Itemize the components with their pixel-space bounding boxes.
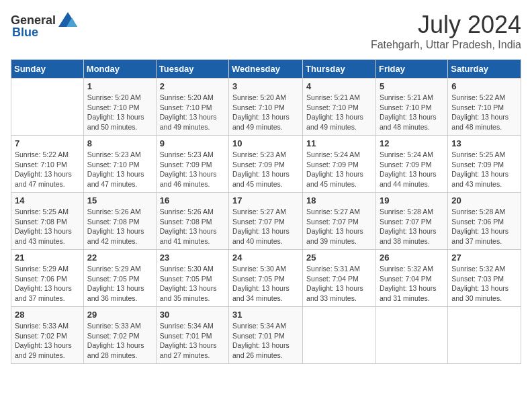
- calendar-cell: [375, 307, 447, 364]
- day-number: 28: [15, 310, 80, 320]
- day-header-wednesday: Wednesday: [229, 60, 303, 79]
- day-info: Sunrise: 5:33 AMSunset: 7:02 PMDaylight:…: [87, 321, 152, 361]
- calendar-cell: [448, 307, 521, 364]
- day-info: Sunrise: 5:20 AMSunset: 7:10 PMDaylight:…: [232, 93, 299, 132]
- calendar-cell: 12Sunrise: 5:24 AMSunset: 7:09 PMDayligh…: [375, 136, 447, 193]
- day-number: 7: [15, 138, 80, 148]
- day-number: 2: [160, 81, 225, 91]
- day-number: 12: [380, 138, 444, 148]
- calendar-cell: 30Sunrise: 5:34 AMSunset: 7:01 PMDayligh…: [156, 307, 228, 364]
- day-number: 18: [306, 195, 372, 205]
- calendar-cell: 10Sunrise: 5:23 AMSunset: 7:09 PMDayligh…: [229, 136, 303, 193]
- calendar-cell: 29Sunrise: 5:33 AMSunset: 7:02 PMDayligh…: [83, 307, 156, 364]
- calendar-cell: 2Sunrise: 5:20 AMSunset: 7:10 PMDaylight…: [156, 79, 228, 136]
- calendar-cell: 26Sunrise: 5:32 AMSunset: 7:04 PMDayligh…: [375, 250, 447, 307]
- day-number: 3: [232, 81, 299, 91]
- day-header-tuesday: Tuesday: [156, 60, 228, 79]
- calendar-cell: 3Sunrise: 5:20 AMSunset: 7:10 PMDaylight…: [229, 79, 303, 136]
- day-info: Sunrise: 5:24 AMSunset: 7:09 PMDaylight:…: [380, 150, 444, 189]
- day-header-saturday: Saturday: [448, 60, 521, 79]
- title-area: July 2024 Fatehgarh, Uttar Pradesh, Indi…: [371, 11, 521, 51]
- calendar-cell: [11, 79, 84, 136]
- day-info: Sunrise: 5:22 AMSunset: 7:10 PMDaylight:…: [451, 93, 517, 132]
- calendar-cell: 9Sunrise: 5:23 AMSunset: 7:09 PMDaylight…: [156, 136, 228, 193]
- day-info: Sunrise: 5:32 AMSunset: 7:03 PMDaylight:…: [451, 264, 517, 304]
- calendar-cell: 5Sunrise: 5:21 AMSunset: 7:10 PMDaylight…: [375, 79, 447, 136]
- calendar-cell: 11Sunrise: 5:24 AMSunset: 7:09 PMDayligh…: [303, 136, 376, 193]
- day-info: Sunrise: 5:26 AMSunset: 7:08 PMDaylight:…: [87, 207, 152, 246]
- day-info: Sunrise: 5:27 AMSunset: 7:07 PMDaylight:…: [306, 207, 372, 246]
- day-info: Sunrise: 5:27 AMSunset: 7:07 PMDaylight:…: [232, 207, 299, 246]
- day-header-thursday: Thursday: [303, 60, 376, 79]
- day-info: Sunrise: 5:26 AMSunset: 7:08 PMDaylight:…: [160, 207, 225, 246]
- calendar-cell: 4Sunrise: 5:21 AMSunset: 7:10 PMDaylight…: [303, 79, 376, 136]
- day-number: 1: [87, 81, 152, 91]
- day-number: 4: [306, 81, 372, 91]
- day-info: Sunrise: 5:31 AMSunset: 7:04 PMDaylight:…: [306, 264, 372, 304]
- day-header-friday: Friday: [375, 60, 447, 79]
- calendar-cell: 7Sunrise: 5:22 AMSunset: 7:10 PMDaylight…: [11, 136, 84, 193]
- day-number: 8: [87, 138, 152, 148]
- day-number: 29: [87, 310, 152, 320]
- calendar-cell: 16Sunrise: 5:26 AMSunset: 7:08 PMDayligh…: [156, 193, 228, 250]
- day-number: 13: [451, 138, 517, 148]
- day-number: 15: [87, 195, 152, 205]
- day-info: Sunrise: 5:21 AMSunset: 7:10 PMDaylight:…: [380, 93, 444, 132]
- calendar-cell: 6Sunrise: 5:22 AMSunset: 7:10 PMDaylight…: [448, 79, 521, 136]
- calendar-cell: 25Sunrise: 5:31 AMSunset: 7:04 PMDayligh…: [303, 250, 376, 307]
- day-info: Sunrise: 5:28 AMSunset: 7:07 PMDaylight:…: [380, 207, 444, 246]
- month-year: July 2024: [371, 11, 521, 39]
- calendar-cell: 18Sunrise: 5:27 AMSunset: 7:07 PMDayligh…: [303, 193, 376, 250]
- day-number: 16: [160, 195, 225, 205]
- day-number: 19: [380, 195, 444, 205]
- logo-blue: Blue: [12, 26, 38, 40]
- calendar-cell: 22Sunrise: 5:29 AMSunset: 7:05 PMDayligh…: [83, 250, 156, 307]
- day-info: Sunrise: 5:29 AMSunset: 7:06 PMDaylight:…: [15, 264, 80, 304]
- day-number: 21: [15, 253, 80, 263]
- day-info: Sunrise: 5:33 AMSunset: 7:02 PMDaylight:…: [15, 321, 80, 361]
- location: Fatehgarh, Uttar Pradesh, India: [371, 39, 521, 51]
- day-info: Sunrise: 5:23 AMSunset: 7:09 PMDaylight:…: [160, 150, 225, 189]
- day-number: 23: [160, 253, 225, 263]
- day-number: 17: [232, 195, 299, 205]
- calendar-cell: [303, 307, 376, 364]
- day-info: Sunrise: 5:32 AMSunset: 7:04 PMDaylight:…: [380, 264, 444, 304]
- calendar-cell: 31Sunrise: 5:34 AMSunset: 7:01 PMDayligh…: [229, 307, 303, 364]
- day-number: 11: [306, 138, 372, 148]
- day-header-sunday: Sunday: [11, 60, 84, 79]
- calendar-cell: 13Sunrise: 5:25 AMSunset: 7:09 PMDayligh…: [448, 136, 521, 193]
- day-info: Sunrise: 5:29 AMSunset: 7:05 PMDaylight:…: [87, 264, 152, 304]
- day-info: Sunrise: 5:23 AMSunset: 7:10 PMDaylight:…: [87, 150, 152, 189]
- day-info: Sunrise: 5:23 AMSunset: 7:09 PMDaylight:…: [232, 150, 299, 189]
- day-number: 25: [306, 253, 372, 263]
- day-info: Sunrise: 5:22 AMSunset: 7:10 PMDaylight:…: [15, 150, 80, 189]
- logo: General Blue: [11, 11, 79, 40]
- day-number: 5: [380, 81, 444, 91]
- calendar-table: SundayMondayTuesdayWednesdayThursdayFrid…: [11, 59, 521, 364]
- day-number: 10: [232, 138, 299, 148]
- day-info: Sunrise: 5:24 AMSunset: 7:09 PMDaylight:…: [306, 150, 372, 189]
- day-number: 20: [451, 195, 517, 205]
- calendar-cell: 27Sunrise: 5:32 AMSunset: 7:03 PMDayligh…: [448, 250, 521, 307]
- calendar-cell: 8Sunrise: 5:23 AMSunset: 7:10 PMDaylight…: [83, 136, 156, 193]
- day-info: Sunrise: 5:25 AMSunset: 7:09 PMDaylight:…: [451, 150, 517, 189]
- header: General Blue July 2024 Fatehgarh, Uttar …: [11, 11, 521, 51]
- day-number: 24: [232, 253, 299, 263]
- day-header-monday: Monday: [83, 60, 156, 79]
- day-info: Sunrise: 5:21 AMSunset: 7:10 PMDaylight:…: [306, 93, 372, 132]
- day-info: Sunrise: 5:25 AMSunset: 7:08 PMDaylight:…: [15, 207, 80, 246]
- day-info: Sunrise: 5:20 AMSunset: 7:10 PMDaylight:…: [160, 93, 225, 132]
- day-number: 6: [451, 81, 517, 91]
- calendar-cell: 24Sunrise: 5:30 AMSunset: 7:05 PMDayligh…: [229, 250, 303, 307]
- calendar-cell: 15Sunrise: 5:26 AMSunset: 7:08 PMDayligh…: [83, 193, 156, 250]
- day-info: Sunrise: 5:30 AMSunset: 7:05 PMDaylight:…: [232, 264, 299, 304]
- day-number: 27: [451, 253, 517, 263]
- logo-icon: [57, 11, 79, 30]
- calendar-cell: 14Sunrise: 5:25 AMSunset: 7:08 PMDayligh…: [11, 193, 84, 250]
- calendar-cell: 21Sunrise: 5:29 AMSunset: 7:06 PMDayligh…: [11, 250, 84, 307]
- calendar-cell: 23Sunrise: 5:30 AMSunset: 7:05 PMDayligh…: [156, 250, 228, 307]
- day-number: 22: [87, 253, 152, 263]
- day-info: Sunrise: 5:30 AMSunset: 7:05 PMDaylight:…: [160, 264, 225, 304]
- calendar-cell: 19Sunrise: 5:28 AMSunset: 7:07 PMDayligh…: [375, 193, 447, 250]
- day-info: Sunrise: 5:34 AMSunset: 7:01 PMDaylight:…: [232, 321, 299, 361]
